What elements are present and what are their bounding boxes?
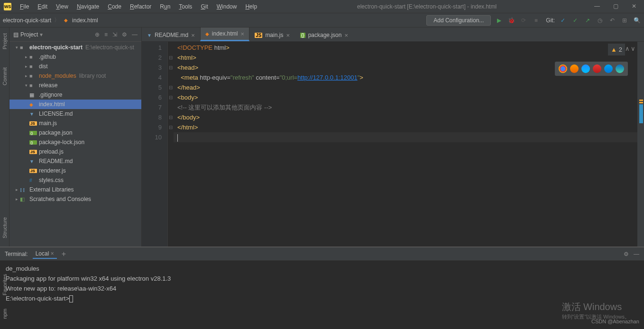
tree-folder[interactable]: ▾■release [9, 81, 141, 90]
menu-edit[interactable]: Edit [34, 1, 51, 12]
run-button[interactable]: ▶ [495, 16, 503, 25]
tree-file[interactable]: ▦.gitignore [9, 90, 141, 100]
error-stripe[interactable] [637, 42, 644, 247]
maximize-button[interactable]: ▢ [610, 3, 621, 9]
menu-file[interactable]: File [16, 1, 33, 12]
tab-main[interactable]: JSmain.js× [249, 28, 295, 41]
expand-all-icon[interactable]: ≡ [104, 31, 108, 38]
next-highlight-icon[interactable]: ∨ [631, 44, 635, 54]
menu-code[interactable]: Code [104, 1, 125, 12]
terminal-settings-icon[interactable]: ⚙ [624, 251, 629, 257]
close-icon[interactable]: × [286, 32, 290, 39]
history-icon[interactable]: ◷ [596, 16, 604, 25]
collapse-all-icon[interactable]: ⇲ [112, 31, 117, 38]
tree-file[interactable]: ▼README.md [9, 156, 141, 166]
firefox-icon[interactable] [570, 64, 579, 73]
menu-tools[interactable]: Tools [175, 1, 196, 12]
json-icon: {} [300, 33, 305, 38]
close-icon[interactable]: × [191, 32, 195, 39]
menu-navigate[interactable]: Navigate [73, 1, 103, 12]
search-icon[interactable]: 🔍 [633, 16, 641, 25]
project-tool-button[interactable]: Project [2, 31, 8, 51]
tab-label: README.md [155, 32, 188, 38]
tab-package[interactable]: {}package.json× [295, 28, 353, 41]
project-tree[interactable]: ▾ ■ electron-quick-start E:\electron-qui… [9, 42, 141, 247]
menu-run[interactable]: Run [156, 1, 174, 12]
tree-folder[interactable]: ▸■.github [9, 52, 141, 62]
opera-icon[interactable] [593, 64, 601, 73]
expand-icon[interactable]: ▸ [23, 64, 29, 69]
change-mark[interactable] [639, 104, 643, 123]
new-terminal-button[interactable]: + [62, 250, 66, 258]
tree-file[interactable]: JSrenderer.js [9, 166, 141, 175]
code-content[interactable]: <!DOCTYPE html> <html> <head> <meta http… [174, 42, 637, 247]
tree-file[interactable]: ◆index.html [9, 100, 141, 109]
menu-window[interactable]: Window [213, 1, 241, 12]
tree-folder[interactable]: ▸■node_moduleslibrary root [9, 71, 141, 81]
warning-mark[interactable] [639, 102, 643, 103]
tree-folder[interactable]: ▸■dist [9, 62, 141, 71]
expand-icon[interactable]: ▸ [13, 187, 20, 192]
tree-file[interactable]: JSmain.js [9, 119, 141, 128]
minimize-button[interactable]: — [591, 3, 603, 9]
terminal-prompt[interactable]: E:\electron-quick-start> [6, 293, 638, 303]
tree-root[interactable]: ▾ ■ electron-quick-start E:\electron-qui… [9, 43, 141, 52]
commit-tool-button[interactable]: Commit [2, 65, 8, 87]
tree-file[interactable]: {}package.json [9, 128, 141, 137]
terminal-output[interactable]: de_modules Packaging app for platform wi… [0, 261, 644, 329]
menu-help[interactable]: Help [241, 1, 261, 12]
tree-file[interactable]: #styles.css [9, 175, 141, 185]
tab-index[interactable]: ◆index.html× [200, 27, 249, 41]
fold-gutter[interactable]: ⊟⊟ ⊟⊟ ⊟⊟ [168, 42, 174, 247]
dropdown-icon[interactable]: ▾ [40, 31, 43, 38]
menu-view[interactable]: View [52, 1, 72, 12]
terminal-tab-local[interactable]: Local × [33, 249, 57, 259]
rollback-icon[interactable]: ↶ [608, 16, 616, 25]
close-icon[interactable]: × [344, 32, 348, 39]
git-update-icon[interactable]: ✓ [559, 16, 567, 25]
tree-scratches[interactable]: ▸◧Scratches and Consoles [9, 194, 141, 204]
hide-icon[interactable]: — [132, 31, 138, 38]
prev-highlight-icon[interactable]: ∧ [625, 44, 630, 54]
menu-git[interactable]: Git [197, 1, 212, 12]
code-editor[interactable]: 12345678910 ⊟⊟ ⊟⊟ ⊟⊟ <!DOCTYPE html> <ht… [142, 42, 644, 247]
git-commit-icon[interactable]: ✓ [571, 16, 580, 25]
close-button[interactable]: ✕ [629, 3, 639, 9]
tree-external[interactable]: ▸⫿⫿External Libraries [9, 185, 141, 194]
debug-button[interactable]: 🐞 [507, 16, 515, 25]
close-icon[interactable]: × [241, 30, 245, 37]
git-push-icon[interactable]: ↗ [583, 16, 592, 25]
tree-file[interactable]: {}package-lock.json [9, 137, 141, 147]
stop-button[interactable]: ■ [532, 16, 540, 25]
select-opened-icon[interactable]: ⊕ [95, 31, 100, 38]
inspection-badge[interactable]: ▲ 2 [608, 44, 625, 55]
breadcrumb-root[interactable]: electron-quick-start [3, 17, 51, 24]
chrome-icon[interactable] [559, 64, 567, 73]
menu-refactor[interactable]: Refactor [126, 1, 155, 12]
expand-icon[interactable]: ▸ [23, 73, 29, 78]
warning-mark[interactable] [639, 100, 643, 101]
expand-icon[interactable]: ▸ [13, 197, 20, 201]
expand-icon[interactable]: ▾ [13, 45, 20, 50]
tab-readme[interactable]: ▼README.md× [142, 28, 200, 41]
structure-tool-button[interactable]: Structure [2, 215, 8, 240]
run-config-button[interactable]: Add Configuration... [426, 15, 491, 26]
project-panel: ▤ Project ▾ ⊕ ≡ ⇲ ⚙ — ▾ ■ electron-quick… [9, 27, 142, 247]
settings-icon[interactable]: ⚙ [122, 31, 127, 38]
ide-settings-icon[interactable]: ⊞ [620, 16, 629, 25]
edge-icon[interactable] [616, 64, 624, 73]
expand-icon[interactable]: ▾ [23, 83, 29, 88]
tree-file[interactable]: ▼LICENSE.md [9, 109, 141, 119]
favorites-tool-button[interactable]: Favorites [2, 272, 8, 297]
safari-icon[interactable] [581, 64, 590, 73]
close-icon[interactable]: × [51, 250, 54, 257]
tree-file[interactable]: JSpreload.js [9, 147, 141, 156]
npm-tool-button[interactable]: npm [2, 307, 8, 320]
left-bottom-stripe: Favorites npm [0, 272, 9, 329]
coverage-button[interactable]: ⟳ [519, 16, 528, 25]
expand-icon[interactable]: ▸ [23, 55, 29, 59]
ie-icon[interactable] [604, 64, 613, 73]
breadcrumb-file[interactable]: index.html [72, 17, 98, 24]
terminal-hide-icon[interactable]: — [634, 251, 639, 257]
panel-title[interactable]: Project [20, 31, 38, 38]
